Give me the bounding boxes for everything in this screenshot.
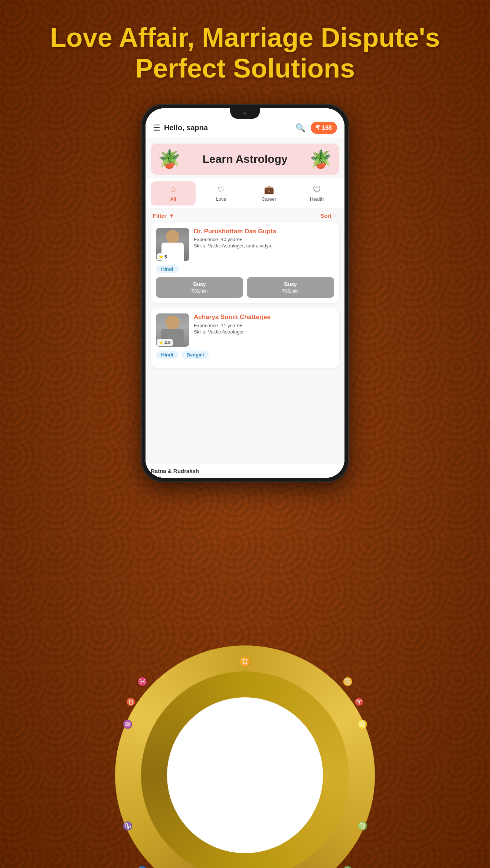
- filter-label: Filter: [153, 213, 167, 219]
- tab-career-label: Career: [262, 196, 277, 202]
- star-icon: ☆: [170, 185, 177, 195]
- card-actions-1: Busy ₹80/min Busy ₹80/min: [156, 277, 334, 298]
- filter-icon: ▼: [169, 213, 174, 219]
- lang-tags-1: Hindi: [156, 265, 334, 273]
- headline-line2: Perfect Solutions: [15, 53, 475, 84]
- search-icon[interactable]: 🔍: [295, 123, 306, 133]
- zodiac-taurus: ♉: [126, 697, 135, 706]
- headline-line1: Love Affair, Marriage Dispute's: [15, 22, 475, 53]
- rating-value-2: 4.8: [164, 340, 171, 345]
- filter-button[interactable]: Filter ▼: [153, 213, 174, 219]
- camera-dot: [243, 112, 247, 115]
- zodiac-leo: ♌: [357, 720, 368, 729]
- zodiac-aries: ♈: [355, 697, 364, 706]
- headline: Love Affair, Marriage Dispute's Perfect …: [0, 22, 490, 84]
- astro-name-1: Dr. Purushottam Das Gupta: [194, 228, 334, 235]
- astro-exp-2: Experience- 11 years+: [194, 323, 334, 328]
- rating-badge-1: ★ 5: [157, 253, 169, 260]
- astro-photo-1: ★ 5: [156, 228, 189, 261]
- zodiac-sagittarius: ♐: [137, 866, 147, 868]
- heart-icon: ♡: [218, 185, 225, 195]
- astrologer-card-2: ★ 4.8 Acharya Sumit Chatterjee Experienc…: [151, 308, 339, 368]
- busy-button-1b[interactable]: Busy ₹80/min: [247, 277, 334, 298]
- rating-badge-2: ★ 4.8: [157, 339, 173, 346]
- banner-title: Learn Astrology: [180, 153, 310, 165]
- lang-tag-hindi-2: Hindi: [156, 351, 179, 359]
- tab-all[interactable]: ☆ All: [151, 181, 196, 206]
- ring-inner: [141, 671, 349, 868]
- ring-outer: ♊ ♋ ♌ ♍ ♎ ♏ ♐ ♑ ♒ ♓ ♈ ♉: [115, 645, 375, 868]
- zodiac-libra: ♎: [343, 866, 353, 868]
- wallet-balance: 168: [322, 125, 332, 131]
- zodiac-ring: ♊ ♋ ♌ ♍ ♎ ♏ ♐ ♑ ♒ ♓ ♈ ♉: [115, 645, 375, 868]
- menu-icon[interactable]: ☰: [153, 123, 160, 133]
- tab-health[interactable]: 🛡 Health: [294, 181, 339, 206]
- astro-skills-1: Skills- Vaidic Astrologer, tantra vidya: [194, 243, 334, 249]
- zodiac-gemini: ♊: [239, 657, 251, 667]
- wallet-badge[interactable]: ₹ 168: [311, 122, 337, 134]
- rudraksha-label: Ratna & Rudraksh: [151, 468, 199, 474]
- header-left: ☰ Hello, sapna: [153, 123, 208, 133]
- sort-label: Sort: [320, 213, 331, 219]
- astro-name-2: Acharya Sumit Chatterjee: [194, 313, 334, 321]
- screen-content: ☰ Hello, sapna 🔍 ₹ 168 🪴 Learn Astrolog: [146, 108, 344, 478]
- zodiac-cancer: ♋: [343, 677, 353, 687]
- banner-pot-left: 🪴: [158, 150, 180, 168]
- phone-container: ☰ Hello, sapna 🔍 ₹ 168 🪴 Learn Astrolog: [141, 104, 349, 482]
- sort-icon: ≡: [334, 213, 337, 219]
- tab-love[interactable]: ♡ Love: [199, 181, 244, 206]
- tab-health-label: Health: [310, 196, 324, 202]
- header-right: 🔍 ₹ 168: [295, 122, 337, 134]
- astro-info-1: Dr. Purushottam Das Gupta Experience- 40…: [194, 228, 334, 261]
- lang-tag-bengali: Bengali: [182, 351, 209, 359]
- astro-skills-2: Skills- Vaidic Astrologer: [194, 329, 334, 335]
- rupee-icon: ₹: [316, 124, 320, 131]
- rating-value-1: 5: [164, 254, 167, 260]
- astro-photo-2: ★ 4.8: [156, 313, 189, 347]
- tab-all-label: All: [170, 196, 176, 202]
- learn-banner[interactable]: 🪴 Learn Astrology 🪴: [151, 144, 339, 175]
- astro-info-2: Acharya Sumit Chatterjee Experience- 11 …: [194, 313, 334, 347]
- phone-frame: ☰ Hello, sapna 🔍 ₹ 168 🪴 Learn Astrolog: [141, 104, 349, 482]
- tab-love-label: Love: [216, 196, 226, 202]
- phone-screen: ☰ Hello, sapna 🔍 ₹ 168 🪴 Learn Astrolog: [146, 108, 344, 478]
- rudraksha-bar[interactable]: Ratna & Rudraksh: [146, 464, 344, 478]
- sort-button[interactable]: Sort ≡: [320, 213, 337, 219]
- zodiac-virgo: ♍: [357, 821, 368, 831]
- astro-exp-1: Experience- 40 years+: [194, 237, 334, 242]
- lang-tags-2: Hindi Bengali: [156, 351, 334, 359]
- star-icon-1: ★: [159, 254, 163, 260]
- lang-tag-hindi-1: Hindi: [156, 265, 179, 273]
- star-icon-2: ★: [159, 340, 163, 345]
- banner-pot-right: 🪴: [310, 150, 332, 168]
- greeting-text: Hello, sapna: [164, 124, 208, 132]
- category-tabs: ☆ All ♡ Love 💼 Career 🛡 Health: [146, 178, 344, 209]
- phone-notch: [230, 108, 260, 119]
- astrologer-list: ★ 5 Dr. Purushottam Das Gupta Experience…: [146, 223, 344, 478]
- ring-core: [167, 697, 323, 853]
- zodiac-aquarius: ♒: [122, 720, 133, 729]
- card-top-2: ★ 4.8 Acharya Sumit Chatterjee Experienc…: [156, 313, 334, 347]
- card-top-1: ★ 5 Dr. Purushottam Das Gupta Experience…: [156, 228, 334, 261]
- tab-career[interactable]: 💼 Career: [246, 181, 291, 206]
- zodiac-capricorn: ♑: [122, 821, 133, 831]
- busy-button-1a[interactable]: Busy ₹80/min: [156, 277, 243, 298]
- zodiac-pisces: ♓: [137, 677, 147, 687]
- astrologer-card-1: ★ 5 Dr. Purushottam Das Gupta Experience…: [151, 223, 339, 303]
- filter-sort-bar: Filter ▼ Sort ≡: [146, 209, 344, 223]
- shield-icon: 🛡: [313, 185, 321, 195]
- briefcase-icon: 💼: [264, 185, 274, 195]
